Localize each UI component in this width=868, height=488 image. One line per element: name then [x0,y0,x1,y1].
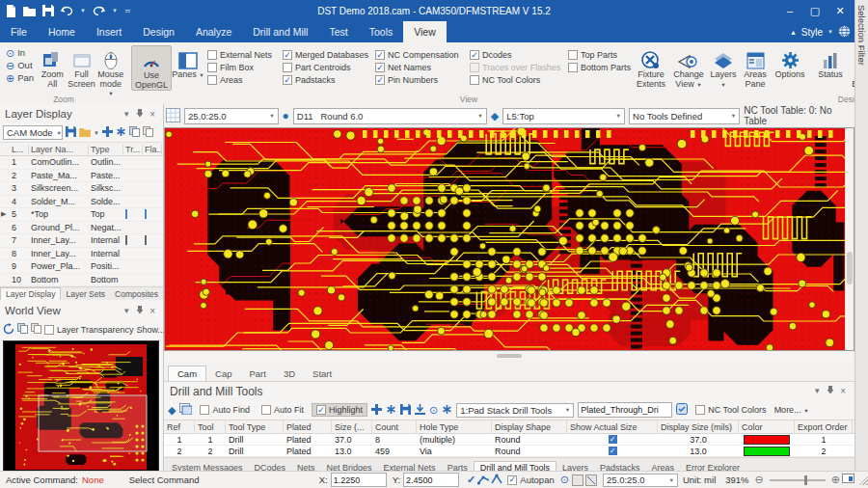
open-layers-icon[interactable] [79,127,91,139]
menu-tab[interactable]: File [0,21,38,42]
apply-check-icon[interactable]: ✓ [459,474,477,486]
view-checkbox[interactable]: Top Parts [568,50,630,60]
view-checkbox[interactable]: Dcodes [470,50,562,60]
fit-screen-icon[interactable] [842,474,854,486]
nc-tools-combo[interactable]: No Tools Defined▼ [629,108,740,124]
collapse-ribbon-icon[interactable]: ▲ [790,29,797,36]
resize-grip[interactable] [858,475,868,485]
trace-color-chip[interactable] [125,235,127,245]
canvas-tab[interactable]: Cap [206,366,240,381]
add-tool-icon[interactable] [371,404,382,417]
zoom-in-icon[interactable]: ⊕ [829,474,842,486]
tool-color-chip[interactable] [744,435,790,445]
pcb-canvas-viewport[interactable] [164,127,854,351]
layer-diamond-icon[interactable]: ◆ [168,404,176,417]
style-dropdown-icon[interactable]: ▼ [827,29,833,35]
menu-tab[interactable]: Analyze [185,21,242,42]
auto-fit-checkbox[interactable]: Auto Fit [258,404,308,416]
show-actual-size-checkbox[interactable] [609,447,617,455]
zoom-slider[interactable] [770,479,826,481]
add-layer-icon[interactable] [102,126,113,139]
full-screen-button[interactable]: Full Screen [67,45,95,89]
options-button[interactable]: Options [772,45,808,80]
show-menu[interactable]: Show... [137,325,166,335]
layer-panel-tab[interactable]: Composites [110,288,163,300]
menu-tab[interactable]: Home [38,21,86,42]
layer-row[interactable]: 1 ComOutlin... Outlin... [0,156,163,170]
pin-icon[interactable] [133,306,147,316]
minimize-button[interactable]: – [777,0,802,21]
view-checkbox[interactable]: Film Box [207,63,277,72]
areas-pane-button[interactable]: Areas Pane [739,45,772,89]
highlight-toggle[interactable]: Highlight [312,403,367,417]
layer-panel-tab[interactable]: Layer Sets [61,288,110,300]
target-icon[interactable]: ⊙ [429,404,438,417]
layer-combo[interactable]: L5:Top▼ [502,108,625,124]
new-file-icon[interactable] [6,5,16,17]
zoom-mode-radio[interactable]: ⊕Pan [6,72,34,83]
dropdown-icon[interactable]: ▼ [94,130,99,136]
tool-color-chip[interactable] [744,447,790,456]
auto-find-checkbox[interactable]: Auto Find [196,404,254,416]
dcode-combo[interactable]: D11 Round 6.0▼ [293,108,487,124]
grid-snap-icon[interactable] [166,108,180,124]
layer-row[interactable]: 7 Inner_Lay... Internal [0,234,163,248]
redo-icon[interactable] [93,6,105,16]
refresh-icon[interactable] [3,323,14,337]
asterisk-icon[interactable] [386,404,396,417]
save-layers-icon[interactable] [66,126,76,139]
canvas-vertical-scrollbar[interactable] [845,128,854,350]
layer-transparency-checkbox[interactable]: Layer Transparency [44,325,134,335]
x-coordinate-input[interactable] [331,473,387,487]
menu-tab[interactable]: View [403,21,447,42]
status-button[interactable]: Status [814,45,847,80]
menu-tab[interactable]: Drill and Mill [242,21,318,42]
mouse-mode-button[interactable]: Mouse mode ▼ [96,45,125,99]
view-checkbox[interactable]: Pin Numbers [375,75,464,85]
layer-row[interactable]: 6 Ground_Pl... Negat... [0,222,163,235]
menu-tab[interactable]: Tools [359,21,404,42]
vertex-snap-icon[interactable] [477,474,491,487]
selection-filter-strip[interactable]: Selection Filter [854,0,868,471]
show-actual-size-checkbox[interactable] [609,435,617,444]
asterisk-icon[interactable] [116,126,126,139]
zoom-slider-knob[interactable] [804,475,807,485]
view-checkbox[interactable]: Traces over Flashes [470,63,562,72]
fill-mode-icon[interactable] [572,474,583,486]
canvas-tab[interactable]: Part [241,366,275,381]
layer-row[interactable]: 8 Inner_Lay... Internal [0,248,163,261]
layer-panel-tab[interactable]: Layer Display [0,287,61,300]
more-menu[interactable]: More... ▼ [774,405,809,415]
view-checkbox[interactable]: NC Compensation [375,50,464,60]
world-view-toggle-icon[interactable] [179,403,192,417]
outline-mode-icon[interactable] [585,474,597,486]
paste-icon[interactable] [31,323,41,336]
tool-table-combo[interactable]: 1:Pad Stack Drill Tools▼ [456,403,574,418]
view-checkbox[interactable]: Areas [207,75,277,85]
status-grid-combo[interactable]: 25.0:25.0▼ [603,474,678,487]
layers-button[interactable]: Layers ▼ [708,45,739,90]
nc-tool-colors-checkbox[interactable]: NC Tool Colors [692,404,770,416]
maximize-button[interactable]: ▢ [802,0,827,21]
view-checkbox[interactable]: Bottom Parts [568,63,630,72]
view-checkbox[interactable]: NC Tool Colors [470,75,562,85]
globe-icon[interactable] [838,25,851,40]
redo-dropdown-icon[interactable]: ▼ [112,8,118,14]
import-icon[interactable] [415,404,425,417]
view-checkbox[interactable]: Merged Databases [283,50,369,60]
canvas-tab[interactable]: Start [304,366,340,381]
save-icon[interactable] [42,5,54,16]
angle-snap-icon[interactable] [491,474,503,487]
menu-tab[interactable]: Insert [86,21,132,42]
panes-button[interactable]: Panes ▼ [172,45,204,81]
copy-icon[interactable] [129,126,140,139]
panel-close-icon[interactable]: × [147,109,158,120]
style-label[interactable]: Style [801,27,823,38]
rename-icon[interactable] [676,403,688,417]
layer-row[interactable]: 9 Power_Pla... Positi... [0,260,163,274]
layer-row[interactable]: 4 Solder_M... Solde... [0,196,163,209]
paste-icon[interactable] [143,126,153,139]
asterisk-icon[interactable] [442,404,452,417]
copy-icon[interactable] [17,323,28,336]
view-checkbox[interactable]: Padstacks [283,75,369,85]
